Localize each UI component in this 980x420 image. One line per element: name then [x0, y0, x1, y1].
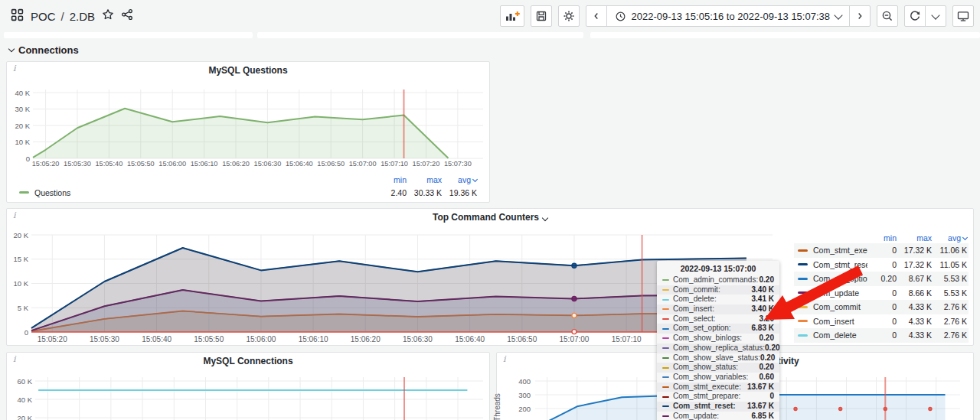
series-color-dash: [798, 249, 808, 252]
legend-sort-max[interactable]: max: [407, 175, 442, 184]
svg-text:300: 300: [518, 391, 531, 399]
zoom-out-icon: [881, 10, 893, 22]
tooltip-row-Com_delete: Com_delete:3.41 K: [657, 295, 779, 304]
svg-text:0: 0: [26, 155, 30, 163]
svg-text:0: 0: [24, 328, 28, 337]
tooltip-row-Com_stmt_execute: Com_stmt_execute:13.67 K: [657, 383, 779, 392]
legend-min-value: 0: [867, 317, 897, 326]
svg-text:5 K: 5 K: [18, 304, 29, 312]
legend-avg-value: 11.05 K: [932, 260, 967, 269]
series-color-dash: [662, 279, 669, 281]
legend-max-value: 8.66 K: [897, 288, 932, 298]
legend-sort-avg[interactable]: avg: [442, 175, 477, 184]
panel-stub: [590, 32, 980, 38]
legend-max-value: 30.33 K: [407, 188, 442, 197]
svg-text:15:05:50: 15:05:50: [194, 335, 224, 343]
svg-text:15:06:20: 15:06:20: [222, 160, 250, 168]
series-color-dash: [798, 278, 808, 280]
legend-row-Com_update[interactable]: Com_update08.66 K5.53 K: [794, 286, 969, 301]
grafana-dashboard: POC / 2.DB: [0, 0, 980, 420]
tooltip-row-Com_show_variables: Com_show_variables:0.60: [657, 373, 779, 383]
svg-text:20 K: 20 K: [15, 122, 30, 130]
star-icon[interactable]: [102, 8, 114, 24]
svg-text:15:05:50: 15:05:50: [127, 160, 155, 168]
series-color-dash: [19, 191, 29, 194]
breadcrumb-dashboard[interactable]: 2.DB: [70, 10, 95, 23]
legend-min-value: 0: [867, 246, 897, 255]
kiosk-monitor-icon: [957, 10, 969, 22]
apps-grid-icon[interactable]: [11, 8, 24, 24]
svg-text:15:07:20: 15:07:20: [413, 160, 440, 168]
save-dashboard-button[interactable]: [531, 5, 552, 27]
legend-row-questions: Questions 2.40 30.33 K 19.36 K: [19, 187, 477, 198]
legend-max-value: 17.32 K: [897, 246, 932, 255]
tooltip-row-Com_update: Com_update:6.85 K: [657, 412, 779, 420]
legend-row-Com_stmt_reset[interactable]: Com_stmt_reset017.32 K11.05 K: [794, 258, 969, 272]
legend-max-value: 17.32 K: [897, 260, 932, 269]
series-color-dash: [662, 386, 669, 388]
series-color-dash: [662, 347, 669, 349]
chevron-down-icon: [931, 11, 939, 19]
tooltip-row-Com_show_status: Com_show_status:0.20: [657, 363, 779, 373]
svg-text:15:06:10: 15:06:10: [299, 335, 328, 343]
save-icon: [535, 10, 547, 22]
svg-text:10 K: 10 K: [13, 279, 28, 288]
chevron-right-icon: [854, 11, 865, 21]
tooltip-timestamp: 2022-09-13 15:07:00: [657, 261, 779, 275]
series-color-dash: [662, 318, 669, 320]
legend-row-Com_delete[interactable]: Com_delete04.33 K2.76 K: [794, 328, 969, 343]
refresh-button[interactable]: [904, 5, 926, 27]
legend-min-value: 0: [867, 302, 897, 311]
series-color-dash: [798, 320, 808, 322]
legend-sort-max[interactable]: max: [897, 233, 932, 243]
series-color-dash: [662, 299, 669, 301]
zoom-out-time-button[interactable]: [877, 5, 898, 27]
svg-text:15:06:00: 15:06:00: [246, 335, 276, 343]
panel-stub: [4, 32, 253, 38]
legend-min-value: 2.40: [371, 188, 407, 197]
legend-sort-min[interactable]: min: [371, 175, 407, 184]
legend-min-value: 0: [867, 288, 897, 298]
svg-text:60 K: 60 K: [17, 377, 32, 386]
svg-text:15:06:40: 15:06:40: [286, 160, 313, 168]
dashboard-settings-button[interactable]: [558, 5, 580, 27]
questions-legend: min max avg Questions 2.40 30.33 K 19.36…: [19, 174, 477, 198]
series-color-dash: [662, 357, 669, 359]
legend-sort-min[interactable]: min: [867, 233, 897, 243]
legend-row-Com_commit[interactable]: Com_commit04.33 K2.76 K: [794, 300, 969, 314]
sort-chevron-icon: [962, 234, 968, 239]
time-shift-back-button[interactable]: [586, 5, 607, 27]
legend-series-toggle[interactable]: Questions: [19, 188, 371, 197]
time-range-controls: 2022-09-13 15:05:16 to 2022-09-13 15:07:…: [586, 5, 871, 27]
series-color-dash: [662, 328, 669, 330]
legend-row-Com_stmt_execute[interactable]: Com_stmt_execute017.32 K11.06 K: [794, 243, 969, 258]
svg-text:15:06:20: 15:06:20: [351, 335, 381, 343]
breadcrumb-folder[interactable]: POC: [31, 10, 56, 23]
svg-text:20 K: 20 K: [17, 414, 32, 420]
svg-text:15:07:10: 15:07:10: [612, 335, 642, 343]
time-range-picker[interactable]: 2022-09-13 15:05:16 to 2022-09-13 15:07:…: [606, 5, 851, 27]
tooltip-row-Com_set_option: Com_set_option:6.83 K: [657, 324, 779, 334]
legend-sort-avg[interactable]: avg: [932, 233, 967, 243]
share-icon[interactable]: [121, 8, 133, 24]
legend-max-value: 4.33 K: [897, 330, 932, 340]
series-color-dash: [662, 367, 669, 369]
panel-stub: [257, 32, 583, 38]
tooltip-row-Com_stmt_reset: Com_stmt_reset:13.67 K: [657, 402, 779, 412]
svg-text:15:07:00: 15:07:00: [559, 335, 589, 343]
svg-text:15:06:10: 15:06:10: [191, 160, 218, 168]
svg-text:15:07:30: 15:07:30: [444, 160, 472, 168]
svg-text:10 K: 10 K: [15, 138, 30, 146]
kiosk-mode-button[interactable]: [952, 5, 974, 27]
legend-min-value: 0.20: [867, 274, 897, 283]
refresh-icon: [909, 10, 921, 22]
legend-row-Com_insert[interactable]: Com_insert04.33 K2.76 K: [794, 314, 969, 329]
svg-text:15:05:40: 15:05:40: [95, 160, 122, 168]
connections-chart[interactable]: 20 K40 K60 K: [7, 353, 489, 420]
add-panel-button[interactable]: [500, 5, 524, 27]
legend-row-Com_set_option[interactable]: Com_set_option0.208.67 K5.53 K: [794, 272, 969, 286]
time-shift-forward-button[interactable]: [849, 5, 871, 27]
refresh-interval-dropdown[interactable]: [925, 5, 946, 27]
row-toggle-connections[interactable]: Connections: [9, 44, 79, 56]
chevron-left-icon: [591, 11, 602, 21]
